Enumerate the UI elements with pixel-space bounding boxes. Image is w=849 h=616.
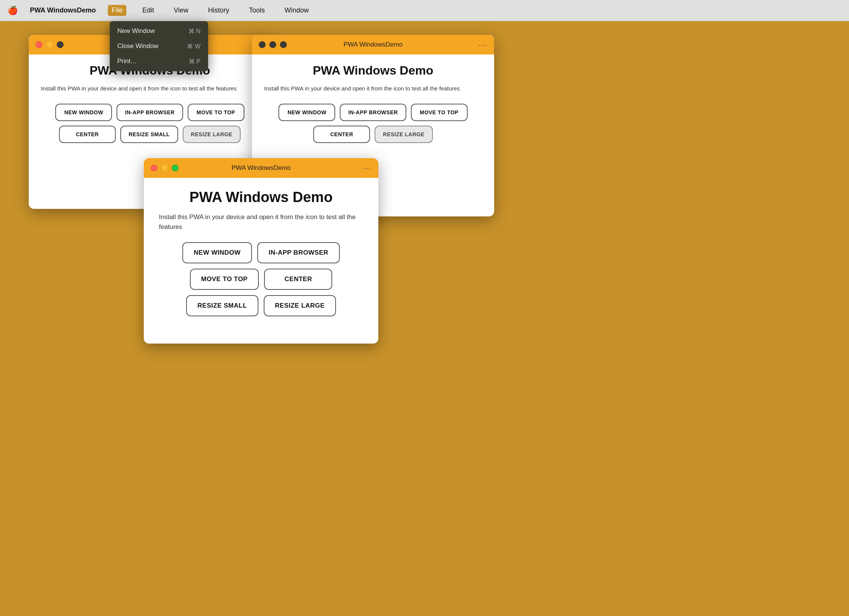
window-3-btn-in-app-browser[interactable]: IN-APP BROWSER (257, 242, 340, 263)
apple-menu-icon[interactable]: 🍎 (8, 6, 18, 16)
window-1-app-desc: Install this PWA in your device and open… (41, 84, 259, 93)
window-2-titlebar: PWA WindowsDemo ··· (252, 35, 494, 54)
new-window-label: New Window (117, 27, 155, 35)
window-1-btn-in-app-browser[interactable]: IN-APP BROWSER (117, 104, 183, 121)
window-3-close-button[interactable] (151, 165, 157, 171)
window-2-btn-new-window[interactable]: NEW WINDOW (278, 104, 335, 121)
window-1-btn-move-to-top[interactable]: MOVE TO TOP (188, 104, 244, 121)
window-1-btn-resize-large[interactable]: RESIZE LARGE (183, 126, 241, 143)
window-3-btn-grid: NEW WINDOW IN-APP BROWSER MOVE TO TOP CE… (159, 242, 363, 316)
window-2-btn-center[interactable]: CENTER (313, 126, 370, 143)
window-2-fullscreen-button[interactable] (280, 41, 287, 48)
menu-bar: 🍎 PWA WindowsDemo File Edit View History… (0, 0, 849, 21)
window-2-minimize-button[interactable] (269, 41, 276, 48)
menu-item-new-window[interactable]: New Window ⌘ N (110, 23, 208, 39)
window-3-btn-resize-small[interactable]: RESIZE SMALL (186, 295, 258, 316)
window-3-titlebar: PWA WindowsDemo ··· (144, 158, 378, 178)
window-3-btn-center[interactable]: CENTER (264, 269, 332, 290)
menu-item-close-window[interactable]: Close Window ⌘ W (110, 39, 208, 54)
window-1-fullscreen-button[interactable] (57, 41, 64, 48)
window-1-btn-new-window[interactable]: NEW WINDOW (55, 104, 112, 121)
file-dropdown-menu: New Window ⌘ N Close Window ⌘ W Print… ⌘… (110, 21, 208, 71)
new-window-shortcut: ⌘ N (188, 28, 201, 35)
window-2-btn-in-app-browser[interactable]: IN-APP BROWSER (340, 104, 406, 121)
menu-edit[interactable]: Edit (138, 5, 158, 16)
window-1-btn-grid: NEW WINDOW IN-APP BROWSER MOVE TO TOP CE… (41, 104, 259, 143)
menu-window[interactable]: Window (281, 5, 313, 16)
window-3-btn-move-to-top[interactable]: MOVE TO TOP (190, 269, 259, 290)
window-3-btn-new-window[interactable]: NEW WINDOW (182, 242, 252, 263)
window-1-traffic-lights (36, 41, 64, 48)
app-name-label: PWA WindowsDemo (30, 6, 96, 14)
window-2-title: PWA WindowsDemo (344, 41, 403, 48)
close-window-shortcut: ⌘ W (187, 43, 201, 50)
window-1-btn-center[interactable]: CENTER (59, 126, 116, 143)
window-3-fullscreen-button[interactable] (172, 165, 179, 171)
window-2-btn-grid: NEW WINDOW IN-APP BROWSER MOVE TO TOP CE… (264, 104, 482, 143)
print-shortcut: ⌘ P (189, 58, 201, 65)
window-2-app-desc: Install this PWA in your device and open… (264, 84, 482, 93)
window-2-traffic-lights (259, 41, 287, 48)
window-2-more-icon[interactable]: ··· (479, 40, 487, 49)
window-2-btn-move-to-top[interactable]: MOVE TO TOP (411, 104, 468, 121)
window-2-btn-resize-large[interactable]: RESIZE LARGE (375, 126, 432, 143)
window-1-close-button[interactable] (36, 41, 42, 48)
window-3-app-title: PWA Windows Demo (159, 189, 363, 205)
window-2-close-button[interactable] (259, 41, 266, 48)
window-3-btn-resize-large[interactable]: RESIZE LARGE (264, 295, 336, 316)
print-label: Print… (117, 58, 137, 65)
menu-history[interactable]: History (204, 5, 233, 16)
close-window-label: Close Window (117, 42, 159, 50)
menu-view[interactable]: View (170, 5, 192, 16)
window-3-traffic-lights (151, 165, 179, 171)
menu-file[interactable]: File (108, 5, 126, 16)
pwa-window-3: PWA WindowsDemo ··· PWA Windows Demo Ins… (144, 158, 378, 344)
window-1-btn-resize-small[interactable]: RESIZE SMALL (120, 126, 178, 143)
window-2-body: PWA Windows Demo Install this PWA in you… (252, 54, 494, 154)
window-3-title: PWA WindowsDemo (232, 164, 291, 172)
window-3-minimize-button[interactable] (161, 165, 168, 171)
menu-tools[interactable]: Tools (245, 5, 269, 16)
window-3-app-desc: Install this PWA in your device and open… (159, 212, 363, 232)
window-3-body: PWA Windows Demo Install this PWA in you… (144, 178, 378, 331)
window-1-minimize-button[interactable] (46, 41, 53, 48)
window-2-app-title: PWA Windows Demo (264, 64, 482, 78)
menu-item-print[interactable]: Print… ⌘ P (110, 54, 208, 69)
window-3-more-icon[interactable]: ··· (363, 164, 372, 173)
